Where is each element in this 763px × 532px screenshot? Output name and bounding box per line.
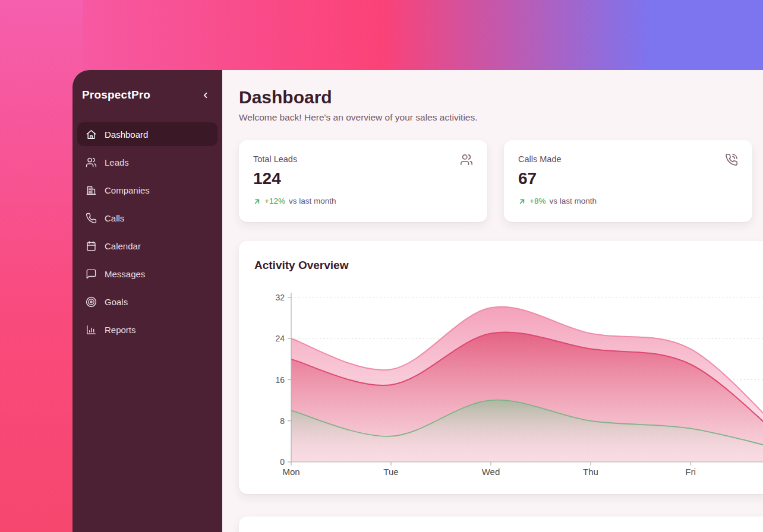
svg-text:Thu: Thu [583, 467, 598, 477]
sidebar-item-calls[interactable]: Calls [77, 206, 217, 230]
activity-overview-card: Activity Overview 08162432MonTueWedThuFr… [239, 241, 763, 494]
trend-up-icon [518, 198, 526, 205]
building-icon [86, 185, 97, 196]
partially-visible-card [239, 517, 763, 532]
phone-icon [86, 213, 97, 224]
stat-delta-percent: +8% [529, 196, 546, 207]
chevron-left-icon [200, 90, 211, 101]
stat-delta: +8% vs last month [518, 196, 738, 207]
sidebar-header: ProspectPro [77, 88, 217, 102]
message-square-icon [86, 268, 97, 280]
stat-card-calls-made: Calls Made 67 +8% vs last month [504, 140, 752, 222]
sidebar-item-leads[interactable]: Leads [77, 150, 217, 174]
svg-text:Wed: Wed [482, 467, 500, 477]
background-gradient-left [0, 0, 83, 532]
svg-text:Fri: Fri [685, 467, 696, 477]
svg-text:32: 32 [275, 293, 285, 302]
svg-text:24: 24 [275, 334, 285, 343]
sidebar-item-calendar[interactable]: Calendar [77, 234, 217, 258]
svg-text:0: 0 [280, 457, 285, 467]
svg-text:Tue: Tue [383, 467, 398, 477]
home-icon [86, 129, 97, 140]
svg-text:16: 16 [275, 375, 285, 385]
sidebar-item-companies[interactable]: Companies [77, 178, 217, 202]
target-icon [86, 296, 97, 308]
sidebar-item-goals[interactable]: Goals [77, 290, 217, 314]
stat-value: 67 [518, 169, 738, 189]
sidebar-item-dashboard[interactable]: Dashboard [77, 122, 217, 146]
stat-delta-note: vs last month [289, 196, 336, 207]
svg-text:8: 8 [280, 416, 285, 426]
users-icon [86, 157, 97, 168]
svg-text:Mon: Mon [282, 467, 299, 477]
stats-row: Total Leads 124 +12% vs last month Calls… [239, 140, 763, 222]
sidebar-collapse-button[interactable] [198, 88, 212, 102]
stat-label: Total Leads [253, 154, 473, 164]
sidebar-nav: Dashboard Leads Companies Calls Calendar… [77, 122, 217, 346]
phone-call-icon [725, 153, 738, 169]
bar-chart-icon [86, 324, 97, 335]
stat-delta-note: vs last month [549, 196, 597, 207]
sidebar: ProspectPro Dashboard Leads Companies Ca… [72, 70, 222, 532]
page-subtitle: Welcome back! Here's an overview of your… [239, 112, 763, 124]
sidebar-item-messages[interactable]: Messages [77, 262, 217, 286]
stat-label: Calls Made [518, 154, 738, 164]
users-icon [460, 153, 473, 169]
stat-delta-percent: +12% [264, 196, 285, 207]
stat-value: 124 [253, 169, 473, 189]
app-logo: ProspectPro [82, 88, 150, 102]
app-window: ProspectPro Dashboard Leads Companies Ca… [72, 70, 763, 532]
stat-delta: +12% vs last month [253, 196, 473, 207]
sidebar-item-reports[interactable]: Reports [77, 318, 217, 341]
trend-up-icon [253, 198, 261, 205]
activity-chart: 08162432MonTueWedThuFri [239, 241, 763, 494]
main-content: Dashboard Welcome back! Here's an overvi… [222, 70, 763, 532]
calendar-icon [86, 240, 97, 252]
page-title: Dashboard [239, 87, 763, 108]
stat-card-total-leads: Total Leads 124 +12% vs last month [239, 140, 487, 222]
